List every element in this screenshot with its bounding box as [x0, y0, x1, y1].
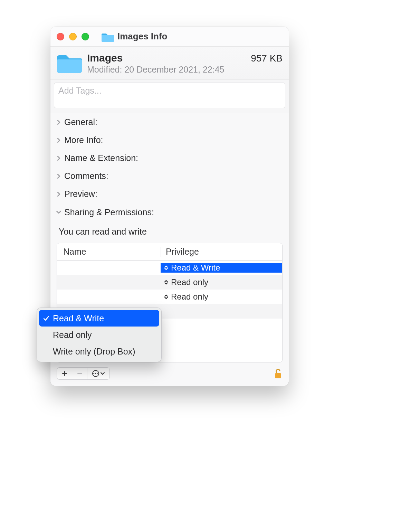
privilege-cell[interactable]: Read only: [161, 277, 282, 287]
minimize-window-button[interactable]: [69, 33, 77, 40]
updown-icon: [163, 280, 169, 285]
permissions-header: Name Privilege: [57, 243, 282, 261]
plus-icon: [62, 371, 67, 376]
file-name: Images: [87, 52, 123, 64]
file-size: 957 KB: [251, 53, 283, 64]
section-name-extension[interactable]: Name & Extension:: [50, 149, 289, 167]
menu-item-read-only[interactable]: Read only: [39, 327, 159, 343]
titlebar: Images Info: [50, 27, 289, 47]
section-label: Comments:: [64, 171, 108, 181]
section-label: Sharing & Permissions:: [64, 207, 154, 217]
section-preview[interactable]: Preview:: [50, 185, 289, 203]
menu-item-label: Read only: [53, 330, 92, 340]
folder-icon: [102, 31, 114, 42]
ellipsis-circle-icon: •••: [92, 370, 99, 377]
zoom-window-button[interactable]: [82, 33, 89, 40]
remove-button[interactable]: [72, 368, 87, 379]
table-row[interactable]: Read only: [57, 275, 282, 290]
actions-menu-button[interactable]: •••: [87, 368, 109, 379]
chevron-right-icon: [56, 173, 61, 179]
tags-section: [50, 80, 289, 113]
permission-summary: You can read and write: [59, 227, 283, 237]
section-label: More Info:: [64, 135, 103, 145]
updown-icon: [163, 294, 169, 300]
section-comments[interactable]: Comments:: [50, 167, 289, 185]
chevron-down-icon: [56, 209, 61, 215]
window-controls: [57, 33, 89, 40]
table-row[interactable]: Read only: [57, 290, 282, 304]
chevron-right-icon: [56, 155, 61, 161]
minus-icon: [77, 371, 83, 376]
section-label: Name & Extension:: [64, 153, 138, 163]
tags-input[interactable]: [54, 83, 285, 108]
updown-icon: [163, 265, 169, 271]
privilege-value: Read only: [171, 292, 208, 302]
column-privilege[interactable]: Privilege: [161, 247, 282, 257]
section-general[interactable]: General:: [50, 113, 289, 131]
file-modified: Modified: 20 December 2021, 22:45: [87, 65, 283, 75]
privilege-cell[interactable]: Read only: [161, 292, 282, 302]
section-label: Preview:: [64, 189, 97, 199]
svg-rect-0: [275, 373, 281, 378]
privilege-value: Read only: [171, 277, 208, 287]
chevron-right-icon: [56, 138, 61, 143]
chevron-down-icon: [101, 372, 105, 375]
file-header: Images 957 KB Modified: 20 December 2021…: [50, 47, 289, 80]
table-row[interactable]: Read & Write: [57, 261, 282, 275]
privilege-cell[interactable]: Read & Write: [161, 263, 282, 273]
section-label: General:: [64, 117, 97, 127]
info-window: Images Info Images 957 KB Modified: 20 D…: [50, 27, 289, 386]
section-more-info[interactable]: More Info:: [50, 131, 289, 149]
column-name[interactable]: Name: [57, 247, 161, 257]
menu-item-label: Read & Write: [53, 313, 104, 323]
close-window-button[interactable]: [57, 33, 64, 40]
chevron-right-icon: [56, 191, 61, 197]
chevron-right-icon: [56, 120, 61, 125]
add-button[interactable]: [57, 368, 72, 379]
section-sharing-permissions[interactable]: Sharing & Permissions:: [50, 203, 289, 221]
window-title: Images Info: [117, 31, 167, 42]
check-icon: [42, 315, 50, 321]
lock-icon[interactable]: [274, 368, 283, 379]
toolbar-segment: •••: [57, 367, 110, 380]
permissions-toolbar: •••: [57, 367, 283, 380]
menu-item-read-write[interactable]: Read & Write: [39, 310, 159, 327]
privilege-value: Read & Write: [171, 263, 220, 273]
menu-item-label: Write only (Drop Box): [53, 347, 135, 357]
menu-item-write-only[interactable]: Write only (Drop Box): [39, 343, 159, 360]
privilege-menu: Read & Write Read only Write only (Drop …: [37, 308, 162, 362]
folder-icon: [57, 52, 82, 73]
